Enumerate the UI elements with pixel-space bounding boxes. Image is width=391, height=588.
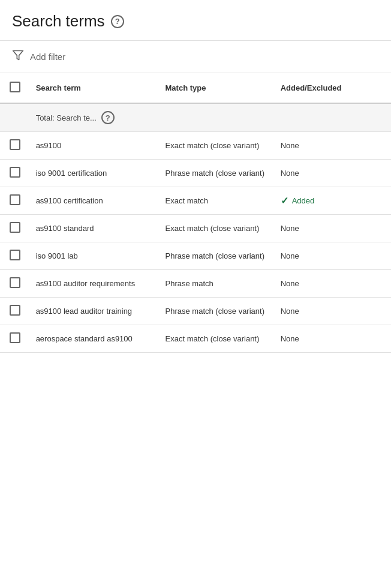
match-type-cell: Phrase match (close variant) bbox=[160, 298, 275, 325]
table-row: aerospace standard as9100Exact match (cl… bbox=[0, 325, 391, 353]
match-type-cell: Phrase match (close variant) bbox=[160, 242, 275, 270]
page-title: Search terms bbox=[12, 12, 105, 31]
added-excluded-cell: None bbox=[275, 160, 391, 187]
row-checkbox-3[interactable] bbox=[10, 194, 20, 205]
table-row: iso 9001 labPhrase match (close variant)… bbox=[0, 242, 391, 270]
header-search-term: Search term bbox=[30, 73, 160, 103]
header: Search terms ? Add filter bbox=[0, 0, 391, 73]
search-term-cell: as9100 lead auditor training bbox=[30, 298, 160, 325]
none-label: None bbox=[281, 251, 299, 260]
match-type-cell: Phrase match (close variant) bbox=[160, 160, 275, 187]
total-row: Total: Search te... ? bbox=[0, 103, 391, 132]
match-type-cell: Phrase match bbox=[160, 270, 275, 298]
header-added-excluded: Added/Excluded bbox=[275, 73, 391, 103]
added-label: Added bbox=[292, 196, 315, 205]
row-checkbox-1[interactable] bbox=[10, 139, 20, 150]
added-excluded-cell: None bbox=[275, 242, 391, 270]
row-checkbox-4[interactable] bbox=[10, 222, 20, 233]
row-checkbox-5[interactable] bbox=[10, 250, 20, 260]
table-row: as9100 certificationExact match✓Added bbox=[0, 187, 391, 215]
none-label: None bbox=[281, 224, 299, 233]
header-checkbox-col[interactable] bbox=[0, 73, 30, 103]
none-label: None bbox=[281, 279, 299, 288]
search-term-cell: iso 9001 certification bbox=[30, 160, 160, 187]
total-label-text: Total: Search te... bbox=[36, 113, 97, 122]
row-checkbox-2[interactable] bbox=[10, 167, 20, 178]
added-excluded-cell: None bbox=[275, 298, 391, 325]
table-row: as9100 standardExact match (close varian… bbox=[0, 215, 391, 242]
table-row: iso 9001 certificationPhrase match (clos… bbox=[0, 160, 391, 187]
added-excluded-cell: None bbox=[275, 132, 391, 160]
match-type-cell: Exact match (close variant) bbox=[160, 132, 275, 160]
add-filter-label[interactable]: Add filter bbox=[30, 52, 65, 62]
match-type-cell: Exact match (close variant) bbox=[160, 325, 275, 353]
none-label: None bbox=[281, 169, 299, 178]
svg-marker-0 bbox=[13, 51, 23, 60]
select-all-checkbox[interactable] bbox=[10, 82, 20, 92]
table-row: as9100 lead auditor trainingPhrase match… bbox=[0, 298, 391, 325]
added-excluded-cell: None bbox=[275, 270, 391, 298]
search-term-cell: aerospace standard as9100 bbox=[30, 325, 160, 353]
table-header-row: Search term Match type Added/Excluded bbox=[0, 73, 391, 103]
search-terms-table: Search term Match type Added/Excluded To… bbox=[0, 73, 391, 353]
row-checkbox-7[interactable] bbox=[10, 305, 20, 316]
filter-icon bbox=[12, 49, 24, 64]
filter-bar: Add filter bbox=[0, 41, 391, 73]
total-help-icon[interactable]: ? bbox=[101, 111, 115, 124]
check-icon: ✓ bbox=[281, 195, 288, 206]
search-term-cell: as9100 bbox=[30, 132, 160, 160]
added-excluded-cell: ✓Added bbox=[275, 187, 391, 215]
search-term-cell: as9100 certification bbox=[30, 187, 160, 215]
header-match-type: Match type bbox=[160, 73, 275, 103]
search-term-cell: as9100 standard bbox=[30, 215, 160, 242]
header-help-icon[interactable]: ? bbox=[111, 15, 124, 28]
row-checkbox-8[interactable] bbox=[10, 332, 20, 343]
search-term-cell: as9100 auditor requirements bbox=[30, 270, 160, 298]
none-label: None bbox=[281, 334, 299, 343]
search-term-cell: iso 9001 lab bbox=[30, 242, 160, 270]
none-label: None bbox=[281, 307, 299, 316]
added-excluded-cell: None bbox=[275, 325, 391, 353]
match-type-cell: Exact match (close variant) bbox=[160, 215, 275, 242]
table-row: as9100 auditor requirementsPhrase matchN… bbox=[0, 270, 391, 298]
added-excluded-cell: None bbox=[275, 215, 391, 242]
none-label: None bbox=[281, 141, 299, 150]
row-checkbox-6[interactable] bbox=[10, 277, 20, 288]
table-row: as9100Exact match (close variant)None bbox=[0, 132, 391, 160]
match-type-cell: Exact match bbox=[160, 187, 275, 215]
